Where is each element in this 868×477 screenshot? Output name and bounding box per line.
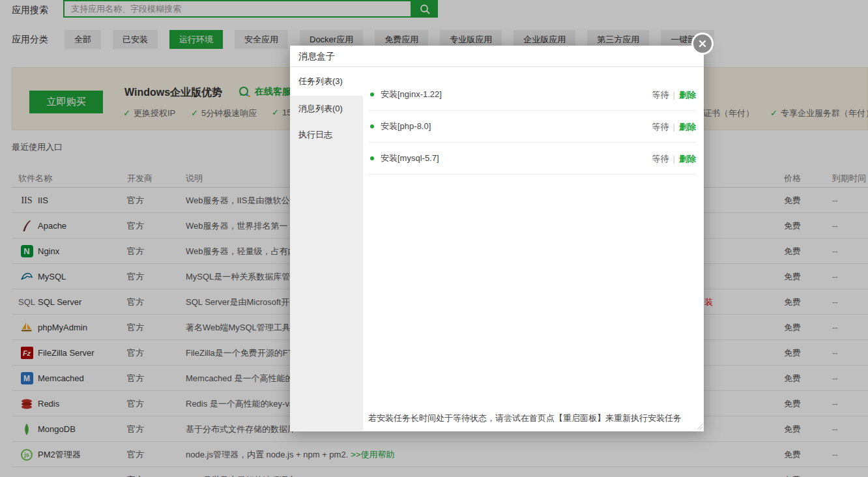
task-status: 等待 [652,89,669,101]
wait-tip-text: 若安装任务长时间处于等待状态，请尝试在首页点【重启面板】来重新执行安装任务 [368,412,682,424]
task-status: 等待 [652,121,669,133]
task-row: 安装[php-8.0] 等待 | 删除 [368,111,696,143]
task-status-dot [370,93,374,96]
modal-close-button[interactable] [691,33,714,55]
separator: | [673,122,675,132]
modal-title: 消息盒子 [290,46,704,67]
delete-task-link[interactable]: 删除 [679,153,696,165]
delete-task-link[interactable]: 删除 [679,89,696,101]
task-list-panel: 安装[nginx-1.22] 等待 | 删除 安装[php-8.0] 等待 | … [363,67,704,431]
delete-task-link[interactable]: 删除 [679,121,696,133]
task-status-dot [370,124,374,128]
app-store-page: 应用搜索 应用分类 全部 已安装 运行环境 安全应用 Docker应用 免费应用… [0,0,868,477]
task-status: 等待 [652,153,669,165]
separator: | [673,154,675,164]
separator: | [673,90,675,100]
task-row: 安装[mysql-5.7] 等待 | 删除 [368,143,696,175]
tab-exec-log[interactable]: 执行日志 [290,122,363,148]
task-status-dot [370,156,374,160]
modal-sidebar: 任务列表(3) 消息列表(0) 执行日志 [290,67,363,431]
message-box-modal: 消息盒子 任务列表(3) 消息列表(0) 执行日志 安装[nginx-1.22]… [290,46,704,431]
tab-task-list[interactable]: 任务列表(3) [290,67,363,96]
task-row: 安装[nginx-1.22] 等待 | 删除 [368,79,696,111]
tab-message-list[interactable]: 消息列表(0) [290,96,363,122]
close-icon [698,39,707,48]
resize-grip[interactable] [696,423,702,429]
